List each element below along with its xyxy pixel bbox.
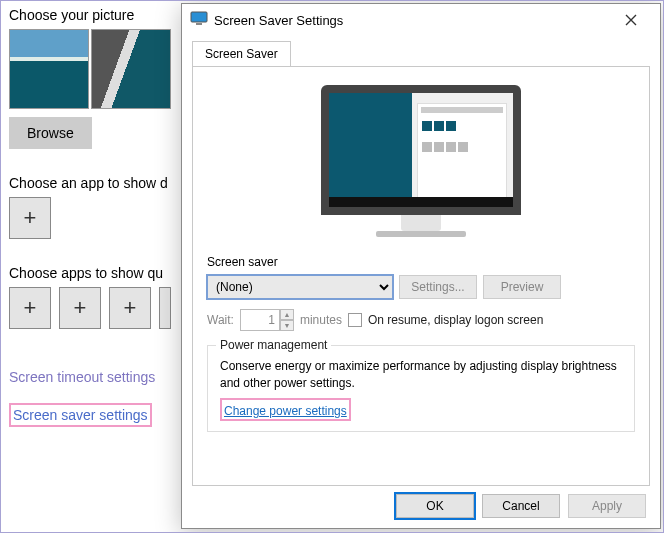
screensaver-select[interactable]: (None) bbox=[207, 275, 393, 299]
close-button[interactable] bbox=[608, 5, 654, 35]
add-quick-app-3[interactable]: + bbox=[109, 287, 151, 329]
tab-content: Screen saver (None) Settings... Preview … bbox=[192, 66, 650, 486]
preview-monitor bbox=[207, 85, 635, 237]
screen-saver-dialog: Screen Saver Settings Screen Saver bbox=[181, 3, 661, 529]
dialog-buttons: OK Cancel Apply bbox=[182, 486, 660, 528]
svg-rect-0 bbox=[191, 12, 207, 22]
power-management-text: Conserve energy or maximize performance … bbox=[220, 358, 622, 393]
power-management-group: Power management Conserve energy or maxi… bbox=[207, 345, 635, 432]
picture-thumb-2[interactable] bbox=[91, 29, 171, 109]
settings-button[interactable]: Settings... bbox=[399, 275, 477, 299]
add-quick-app-2[interactable]: + bbox=[59, 287, 101, 329]
apply-button[interactable]: Apply bbox=[568, 494, 646, 518]
on-resume-checkbox[interactable] bbox=[348, 313, 362, 327]
wait-spinner[interactable]: ▲ ▼ bbox=[240, 309, 294, 331]
screensaver-label: Screen saver bbox=[207, 255, 635, 269]
svg-rect-1 bbox=[196, 23, 202, 25]
dialog-title: Screen Saver Settings bbox=[214, 13, 608, 28]
cancel-button[interactable]: Cancel bbox=[482, 494, 560, 518]
wait-down[interactable]: ▼ bbox=[280, 320, 294, 331]
ok-button[interactable]: OK bbox=[396, 494, 474, 518]
preview-button[interactable]: Preview bbox=[483, 275, 561, 299]
close-icon bbox=[625, 14, 637, 26]
screensaver-icon bbox=[190, 11, 208, 29]
picture-thumb-1[interactable] bbox=[9, 29, 89, 109]
tab-strip: Screen Saver bbox=[182, 40, 660, 66]
power-management-legend: Power management bbox=[216, 338, 331, 352]
add-app-button[interactable]: + bbox=[9, 197, 51, 239]
tab-screen-saver[interactable]: Screen Saver bbox=[192, 41, 291, 67]
wait-up[interactable]: ▲ bbox=[280, 309, 294, 320]
add-quick-app-4[interactable] bbox=[159, 287, 171, 329]
change-power-settings-link[interactable]: Change power settings bbox=[224, 404, 347, 418]
wait-input[interactable] bbox=[240, 309, 280, 331]
minutes-label: minutes bbox=[300, 313, 342, 327]
screen-saver-settings-link[interactable]: Screen saver settings bbox=[13, 407, 148, 423]
wait-row: Wait: ▲ ▼ minutes On resume, display log… bbox=[207, 309, 635, 331]
add-quick-app-1[interactable]: + bbox=[9, 287, 51, 329]
wait-label: Wait: bbox=[207, 313, 234, 327]
dialog-titlebar: Screen Saver Settings bbox=[182, 4, 660, 36]
on-resume-label: On resume, display logon screen bbox=[368, 313, 543, 327]
browse-button[interactable]: Browse bbox=[9, 117, 92, 149]
